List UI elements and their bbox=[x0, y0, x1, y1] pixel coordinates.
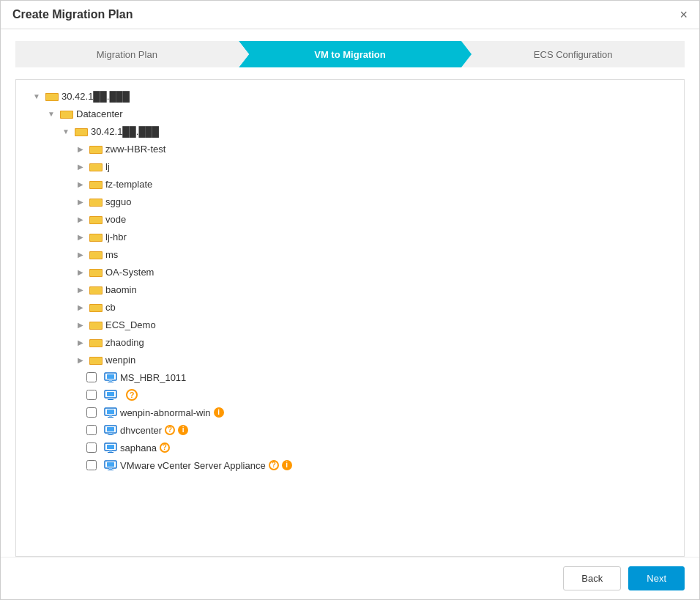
folder-icon bbox=[89, 319, 103, 330]
chevron-icon[interactable] bbox=[75, 336, 86, 348]
chevron-icon[interactable] bbox=[75, 178, 86, 190]
tree-node-label: saphana bbox=[120, 442, 157, 453]
next-button[interactable]: Next bbox=[628, 566, 685, 590]
chevron-icon[interactable] bbox=[75, 196, 86, 207]
folder-icon bbox=[89, 302, 103, 312]
chevron-icon[interactable] bbox=[75, 319, 86, 330]
tree-node-label: lj-hbr bbox=[105, 232, 127, 242]
folder-icon bbox=[75, 126, 88, 136]
chevron-icon[interactable] bbox=[75, 266, 86, 278]
step-migration-plan[interactable]: Migration Plan bbox=[15, 41, 239, 67]
vm-checkbox[interactable] bbox=[86, 425, 97, 435]
svg-rect-48 bbox=[108, 434, 113, 435]
svg-rect-35 bbox=[109, 380, 112, 382]
folder-icon bbox=[89, 337, 103, 347]
folder-icon bbox=[89, 232, 103, 242]
tree-node-label: cb bbox=[105, 302, 116, 313]
svg-rect-20 bbox=[90, 252, 102, 259]
question-icon[interactable]: ? bbox=[165, 425, 175, 435]
svg-rect-50 bbox=[107, 445, 114, 449]
tree-node-label: MS_HBR_1011 bbox=[120, 372, 186, 383]
question-icon[interactable]: ? bbox=[126, 389, 138, 401]
folder-icon bbox=[89, 355, 103, 365]
tree-row: 30.42.1██.███ bbox=[31, 87, 669, 105]
tree-content: 30.42.1██.███ Datacenter 30.42.1██.███ z… bbox=[15, 79, 685, 557]
tree-row: vode bbox=[31, 210, 669, 228]
folder-icon bbox=[89, 214, 103, 224]
step-vm-to-migration[interactable]: VM to Migration bbox=[239, 41, 462, 67]
svg-rect-46 bbox=[107, 427, 114, 432]
svg-rect-51 bbox=[109, 451, 112, 452]
vm-icon bbox=[104, 460, 117, 470]
tree-row: wenpin-abnormal-win i bbox=[31, 404, 669, 421]
chevron-icon[interactable] bbox=[45, 108, 57, 119]
tree-node-label: lj bbox=[105, 161, 110, 172]
stepper: Migration Plan VM to Migration ECS Confi… bbox=[1, 29, 699, 79]
tree-row: ? bbox=[31, 386, 669, 404]
dialog-title: Create Migration Plan bbox=[12, 8, 133, 21]
chevron-icon[interactable] bbox=[60, 125, 72, 137]
tree-node-label: ECS_Demo bbox=[105, 319, 156, 330]
question-icon[interactable]: ? bbox=[269, 460, 279, 470]
tree-node-label: 30.42.1██.███ bbox=[62, 91, 130, 102]
chevron-icon[interactable] bbox=[75, 248, 86, 260]
vm-checkbox[interactable] bbox=[86, 390, 97, 400]
tree-row: wenpin bbox=[31, 351, 669, 368]
svg-rect-36 bbox=[108, 382, 113, 382]
svg-rect-52 bbox=[108, 452, 113, 453]
tree-row: ms bbox=[31, 245, 669, 263]
tree-row: zww-HBR-test bbox=[31, 140, 669, 158]
folder-icon bbox=[89, 284, 103, 295]
tree-node-label: ms bbox=[105, 249, 118, 260]
folder-icon bbox=[89, 161, 103, 171]
tree-node-label: 30.42.1██.███ bbox=[91, 126, 159, 137]
tree-row: OA-System bbox=[31, 263, 669, 281]
folder-icon bbox=[89, 196, 103, 207]
svg-rect-55 bbox=[109, 468, 112, 470]
folder-icon bbox=[89, 249, 103, 259]
svg-rect-39 bbox=[109, 398, 112, 399]
tree-row: lj bbox=[31, 158, 669, 175]
chevron-icon[interactable] bbox=[75, 160, 86, 172]
svg-rect-32 bbox=[90, 358, 102, 364]
vm-checkbox[interactable] bbox=[86, 407, 97, 418]
tree-row: lj-hbr bbox=[31, 228, 669, 245]
vm-icon bbox=[104, 372, 117, 382]
svg-rect-26 bbox=[90, 305, 102, 311]
tree-node-label: OA-System bbox=[105, 267, 154, 278]
svg-rect-56 bbox=[108, 470, 113, 470]
chevron-icon[interactable] bbox=[75, 231, 86, 242]
back-button[interactable]: Back bbox=[563, 566, 621, 590]
info-icon[interactable]: i bbox=[282, 460, 292, 470]
vm-icon bbox=[104, 407, 117, 418]
tree-node-label: zww-HBR-test bbox=[105, 144, 165, 155]
svg-rect-12 bbox=[90, 182, 102, 188]
vm-checkbox[interactable] bbox=[86, 372, 97, 382]
tree-row: fz-template bbox=[31, 175, 669, 193]
vm-checkbox[interactable] bbox=[86, 460, 97, 470]
close-button[interactable]: × bbox=[679, 8, 688, 21]
chevron-icon[interactable] bbox=[75, 143, 86, 155]
svg-rect-2 bbox=[46, 94, 58, 100]
info-icon[interactable]: i bbox=[214, 407, 224, 418]
tree-node-label: wenpin-abnormal-win bbox=[120, 407, 211, 418]
tree-row: dhvcenter ? i bbox=[31, 421, 669, 439]
step-ecs-configuration[interactable]: ECS Configuration bbox=[461, 41, 685, 67]
question-icon[interactable]: ? bbox=[160, 442, 170, 453]
tree-node-label: wenpin bbox=[105, 355, 135, 366]
tree-row: baomin bbox=[31, 281, 669, 298]
info-icon[interactable]: i bbox=[178, 425, 188, 435]
chevron-icon[interactable] bbox=[31, 90, 42, 102]
chevron-icon[interactable] bbox=[75, 301, 86, 313]
chevron-icon[interactable] bbox=[75, 354, 86, 366]
chevron-icon[interactable] bbox=[75, 213, 86, 225]
tree-node-label: vode bbox=[105, 214, 126, 225]
chevron-icon[interactable] bbox=[75, 284, 86, 295]
svg-rect-34 bbox=[107, 374, 114, 379]
tree-row: zhaoding bbox=[31, 333, 669, 351]
svg-rect-43 bbox=[109, 415, 112, 417]
svg-rect-14 bbox=[90, 199, 102, 206]
vm-checkbox[interactable] bbox=[86, 442, 97, 453]
tree-node-label: sgguo bbox=[105, 196, 131, 207]
tree-row: MS_HBR_1011 bbox=[31, 368, 669, 386]
